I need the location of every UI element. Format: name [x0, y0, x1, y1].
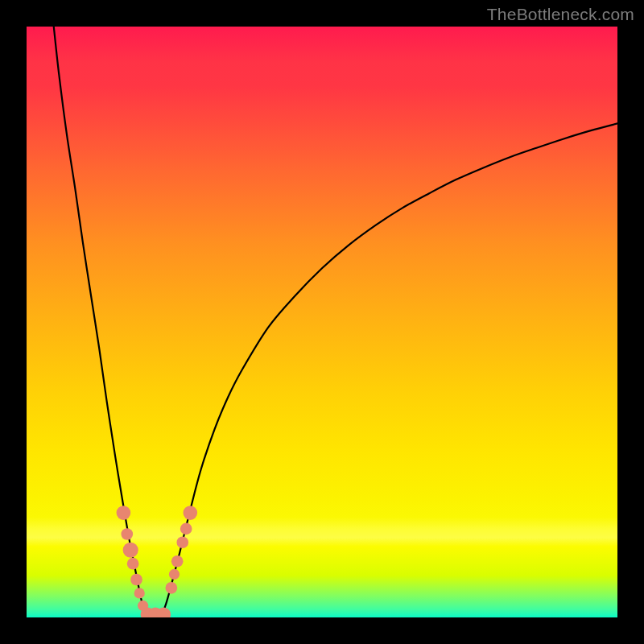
data-point [130, 574, 142, 586]
data-point [127, 558, 139, 570]
data-point [184, 506, 198, 520]
right-curve-path [161, 123, 617, 617]
data-point [134, 588, 145, 598]
data-point [171, 555, 184, 568]
plot-area [27, 27, 617, 617]
chart-frame: TheBottleneck.com [0, 0, 644, 644]
data-point [165, 582, 177, 594]
chart-svg [27, 27, 617, 617]
data-point [121, 528, 133, 540]
marker-layer [117, 506, 198, 617]
left-curve-path [54, 27, 153, 617]
data-point [123, 543, 138, 558]
data-point [117, 506, 131, 520]
data-point [176, 536, 188, 548]
watermark-text: TheBottleneck.com [487, 5, 634, 24]
data-point [180, 523, 192, 535]
data-point [169, 569, 180, 580]
